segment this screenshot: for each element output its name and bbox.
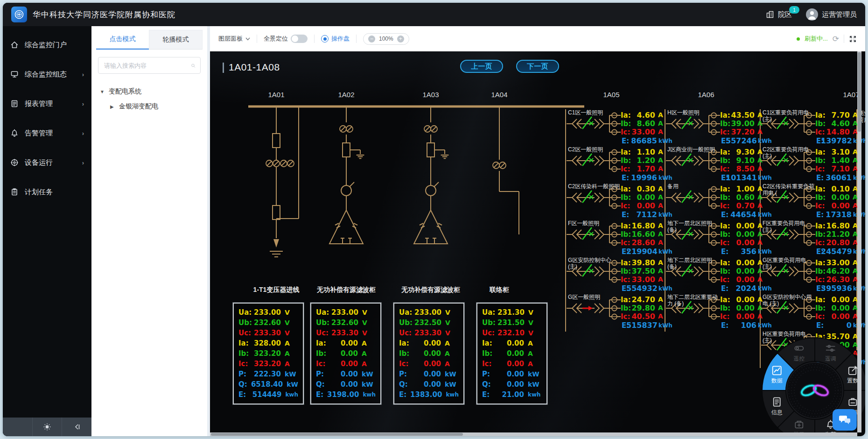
feeder-1A05-4[interactable]: F区一般照明Ia:16.80AIb:16.60AIc:28.60AE:21990… [567, 220, 663, 257]
feeder-1A07-2[interactable]: C2区重要负荷用电 (主)Ia:3.10AIb:1.40AIc:7.10AE:3… [761, 146, 857, 183]
phase-label: Ia: [815, 222, 826, 230]
chat-button[interactable] [833, 409, 857, 431]
zoom-in-button[interactable]: + [397, 35, 404, 42]
phase-label: Ia: [621, 111, 631, 120]
meter-row: Q:6518.40kW [238, 379, 298, 389]
horizontal-scrollbar-thumb[interactable] [211, 433, 463, 436]
meter-label: Ib: [238, 349, 254, 358]
feeder-1A07-4[interactable]: F区重要负荷用电 (主)Ia:16.80AIb:21.20AIc:20.80AE… [761, 220, 857, 257]
phase-unit: A [658, 267, 663, 275]
scada-canvas[interactable]: 1A01-1A08 上一页 下一页 1A011A021A031A041A051A… [210, 51, 865, 436]
feeder-label: 地下一层北区照明 (备) [667, 220, 720, 234]
phase-unit: A [658, 185, 663, 192]
feeder-1A07-5[interactable]: G区重要负荷用电 (主)Ia:33.00AIb:46.20AIc:26.30AE… [761, 257, 857, 294]
sidebar-item-5[interactable]: 设备运行› [3, 152, 91, 173]
operate-disk-radio[interactable]: 操作盘 [321, 35, 350, 43]
meter-label: Q: [316, 380, 332, 389]
avatar [806, 8, 818, 21]
feeder-1A06-3[interactable]: 备用Ia:1.00AIb:0.60AIc:0.70AE:44654kWh [666, 183, 759, 220]
phase-label: Ic: [815, 312, 825, 321]
user-menu[interactable]: 运营管理员 [806, 8, 857, 21]
feeder-1A05-1[interactable]: C1区一般照明Ia:4.60AIb:8.60AIc:33.00AE:86685k… [567, 109, 663, 146]
feeder-1A07-6[interactable]: G区安防控制中心用电 (主)Ia:0.00AIb:0.00AIc:0.00AE:… [761, 294, 857, 331]
meter-row: Ic:0.00A [316, 359, 376, 369]
phase-label: Ic: [720, 128, 729, 136]
bay-header-1A02: 1A02 [338, 91, 354, 99]
meter-row: E:21.00kwh [482, 389, 542, 400]
sidebar-item-3[interactable]: 报表管理› [3, 93, 91, 114]
bay-header-1A06: 1A06 [698, 91, 714, 99]
feeder-1A05-2[interactable]: C2区一般照明Ia:1.10AIb:1.20AIc:1.70AE:19996kW… [567, 146, 663, 183]
feeder-label: C1区一般照明 [568, 109, 620, 116]
meter-panel-3: Ua:233.00VUb:232.50VUc:233.30VIa:0.00AIb… [393, 303, 464, 404]
fullscreen-icon[interactable] [849, 35, 857, 43]
meter-label: Ic: [399, 360, 415, 368]
next-page-button[interactable]: 下一页 [516, 60, 559, 73]
energy-value: 356 [726, 247, 756, 256]
bay-header-1A03: 1A03 [422, 91, 439, 99]
tree-node-jinyinhu[interactable]: ▶ 金银湖变配电 [91, 99, 207, 114]
layer-panel-label: 图层面板 [218, 35, 243, 43]
meter-row: Ic:323.20A [238, 359, 298, 369]
energy-value: 101341 [726, 173, 756, 182]
cabinet-name: 联络柜 [490, 286, 509, 294]
phase-label: Ia: [720, 296, 730, 304]
phase-value: 1.70 [631, 164, 655, 173]
sidebar-item-6[interactable]: 计划任务 [3, 181, 91, 203]
meter-label: E: [399, 390, 410, 399]
phase-value: 1.10 [631, 148, 655, 156]
campus-switcher[interactable]: 院区 1 [765, 10, 792, 19]
phase-value: 40.50 [631, 312, 655, 321]
meter-value: 233.00 [414, 308, 445, 317]
meter-label: Ib: [399, 349, 415, 358]
sidebar-item-4[interactable]: 告警管理› [3, 122, 91, 144]
phase-value: 0.10 [826, 184, 850, 193]
feeder-1A07-1[interactable]: C1区重要负荷用电 (主)Ia:7.70AIb:4.60AIc:14.80AE:… [761, 109, 857, 146]
theme-toggle-button[interactable] [32, 418, 62, 436]
zoom-out-button[interactable]: − [368, 35, 375, 42]
radial-item-label: 遥调 [825, 355, 836, 362]
search-input[interactable] [103, 62, 187, 70]
meter-value: 233.30 [414, 329, 445, 337]
phase-label: Ib: [621, 267, 631, 276]
phase-label: Ia: [720, 259, 730, 267]
feeder-1A05-3[interactable]: C2区传染科一般照明Ia:0.30AIb:0.00AIc:0.00AE:7112… [567, 183, 663, 220]
vertical-scrollbar[interactable] [857, 51, 861, 432]
feeder-1A06-5[interactable]: 地下二层北区照明 (备)Ia:0.00AIb:0.00AIc:0.00AE:20… [666, 257, 759, 294]
meter-row: Q:0.00kW [482, 379, 542, 389]
feeder-1A05-6[interactable]: G区一般照明Ia:24.70AIb:29.80AIc:40.50AE:51583… [567, 294, 663, 331]
feeder-1A06-1[interactable]: H区一般照明Ia:43.50AIb:39.00AIc:37.20AE:55724… [666, 109, 759, 146]
sidebar-item-2[interactable]: 综合监控组态› [3, 64, 91, 85]
meter-panel-1: Ua:233.00VUb:232.60VUc:233.30VIa:328.00A… [233, 303, 304, 404]
feeder-1A06-2[interactable]: J区商业街一般照明Ia:9.30AIb:9.10AIc:8.50AE:10134… [666, 146, 759, 183]
vertical-scrollbar-thumb[interactable] [858, 52, 861, 132]
meter-unit: V [528, 329, 542, 337]
phase-label: Ib: [815, 267, 826, 276]
prev-page-button[interactable]: 上一页 [460, 60, 503, 73]
meter-label: Uc: [316, 329, 331, 337]
feeder-1A07-3[interactable]: C2区传染科重要负荷用电 (Ia:0.10AIb:0.00AIc:0.00AE:… [761, 183, 857, 220]
hospital-logo [11, 7, 27, 22]
phase-value: 0.00 [826, 201, 850, 210]
tab-carousel-mode[interactable]: 轮播模式 [149, 30, 203, 50]
feeder-1A05-5[interactable]: G区安防控制中心 (主)Ia:39.80AIb:37.50AIc:33.00AE… [567, 257, 663, 294]
feeder-1A06-4[interactable]: 地下一层北区照明 (备)Ia:0.00AIb:0.00AIc:0.00AE:35… [666, 220, 759, 257]
device-icon [10, 158, 19, 167]
canvas-toolbar: 图层面板 全景定位 操作盘 − 100% + [210, 26, 865, 51]
tree-node-power-system[interactable]: ▼ 变配电系统 [91, 84, 207, 99]
panorama-toggle[interactable] [291, 35, 308, 43]
meter-unit: V [285, 309, 298, 316]
sidebar-collapse-button[interactable] [62, 418, 91, 436]
refresh-icon[interactable]: ⟳ [833, 34, 839, 44]
meter-unit: A [528, 340, 542, 347]
tab-click-mode[interactable]: 点击模式 [96, 30, 149, 50]
feeder-1A06-6[interactable]: 地下二层北区重要动力 (备)Ia:0.00AIb:0.00AIc:0.00AE:… [666, 294, 759, 331]
horizontal-scrollbar[interactable] [210, 432, 857, 436]
layer-panel-dropdown[interactable]: 图层面板 [218, 35, 250, 43]
chevron-right-icon: › [82, 130, 84, 137]
toolbar-divider [844, 35, 844, 43]
sidebar-item-1[interactable]: 综合监控门户 [3, 34, 91, 56]
meter-value: 0.00 [415, 349, 445, 358]
phase-value: 43.50 [730, 111, 755, 120]
search-icon[interactable] [191, 62, 196, 69]
